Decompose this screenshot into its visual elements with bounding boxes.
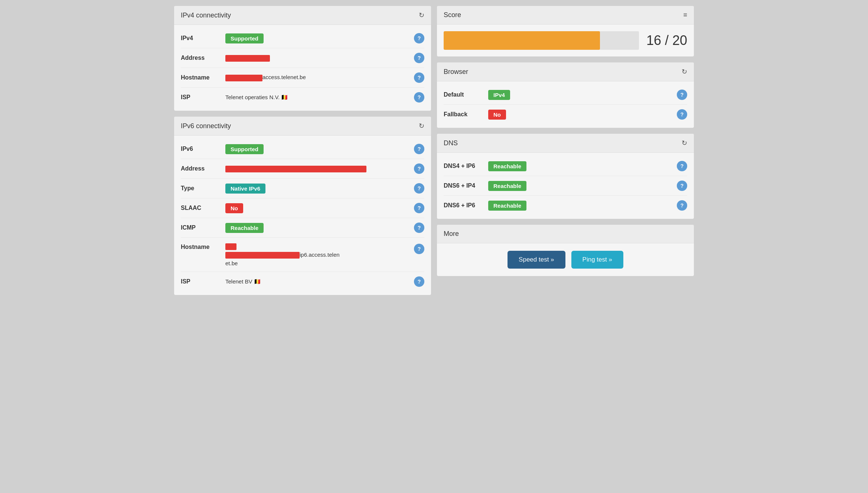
- browser-help-fallback[interactable]: ?: [677, 109, 687, 120]
- dns-value-dns6-ip4: Reachable: [488, 181, 677, 191]
- ipv4-value-hostname: access.telenet.be: [225, 74, 414, 81]
- dns4-ip6-badge: Reachable: [488, 161, 526, 171]
- ipv6-help-hostname[interactable]: ?: [414, 244, 424, 254]
- dns-label-dns6-ip4: DNS6 + IP4: [444, 182, 488, 189]
- more-body: Speed test » Ping test »: [437, 243, 694, 276]
- browser-header: Browser ↻: [437, 62, 694, 81]
- ipv6-label-isp: ISP: [181, 278, 225, 285]
- browser-value-fallback: No: [488, 110, 677, 120]
- ipv6-header: IPv6 connectivity ↻: [174, 117, 431, 136]
- ipv6-hostname-partial: ip6.access.telen: [300, 252, 340, 258]
- ipv6-icmp-badge: Reachable: [225, 223, 264, 233]
- ipv6-help-slaac[interactable]: ?: [414, 203, 424, 213]
- ipv6-value-type: Native IPv6: [225, 184, 414, 194]
- browser-row-fallback: Fallback No ?: [444, 105, 687, 124]
- ipv6-row-hostname: Hostname ip6.access.telen et.be: [181, 238, 424, 272]
- dns-help-dns6-ip4[interactable]: ?: [677, 181, 687, 191]
- ipv6-refresh-icon[interactable]: ↻: [419, 122, 424, 130]
- ipv6-label-ipv6: IPv6: [181, 146, 225, 152]
- dns-value-dns6-ip6: Reachable: [488, 201, 677, 211]
- dns-card: DNS ↻ DNS4 + IP6 Reachable ? DNS6 + IP4 …: [437, 134, 694, 219]
- ipv6-value-ipv6: Supported: [225, 144, 414, 154]
- speed-test-button[interactable]: Speed test »: [508, 251, 565, 269]
- dns-refresh-icon[interactable]: ↻: [682, 139, 687, 147]
- ipv4-supported-badge: Supported: [225, 33, 264, 43]
- ipv4-address-redacted: [225, 55, 270, 62]
- ipv4-help-hostname[interactable]: ?: [414, 72, 424, 83]
- ipv6-slaac-badge: No: [225, 203, 243, 213]
- ipv4-hostname-redacted: [225, 75, 262, 81]
- ipv6-label-hostname: Hostname: [181, 243, 225, 250]
- ipv6-value-isp: Telenet BV 🇧🇪: [225, 278, 414, 285]
- ipv6-type-badge: Native IPv6: [225, 184, 265, 194]
- dns6-ip6-badge: Reachable: [488, 201, 526, 211]
- dns-help-dns6-ip6[interactable]: ?: [677, 200, 687, 211]
- browser-help-default[interactable]: ?: [677, 90, 687, 100]
- right-column: Score ≡ 16 / 20 Browser ↻ Default: [437, 6, 694, 295]
- more-header: More: [437, 225, 694, 243]
- ipv4-help-ipv4[interactable]: ?: [414, 33, 424, 43]
- ipv4-isp-text: Telenet operaties N.V. 🇧🇪: [225, 94, 288, 100]
- ipv6-hostname-line3: et.be: [225, 260, 414, 266]
- ipv6-label-type: Type: [181, 185, 225, 192]
- ipv4-hostname-partial: access.telenet.be: [262, 74, 306, 80]
- ipv4-row-hostname: Hostname access.telenet.be ?: [181, 68, 424, 88]
- score-bar-container: 16 / 20: [437, 25, 694, 56]
- ipv4-help-isp[interactable]: ?: [414, 92, 424, 103]
- ipv6-row-slaac: SLAAC No ?: [181, 198, 424, 218]
- score-title: Score: [444, 11, 461, 19]
- score-list-icon[interactable]: ≡: [683, 11, 687, 19]
- ipv6-help-type[interactable]: ?: [414, 183, 424, 194]
- ipv6-help-address[interactable]: ?: [414, 163, 424, 174]
- dns-help-dns4-ip6[interactable]: ?: [677, 161, 687, 171]
- browser-fallback-badge: No: [488, 110, 506, 120]
- dns-title: DNS: [444, 139, 458, 147]
- ipv6-body: IPv6 Supported ? Address ? Type: [174, 136, 431, 295]
- ipv4-label-address: Address: [181, 55, 225, 61]
- ipv6-help-isp[interactable]: ?: [414, 276, 424, 287]
- main-container: IPv4 connectivity ↻ IPv4 Supported ? Add…: [174, 6, 694, 295]
- ipv6-hostname-redacted2: [225, 252, 300, 259]
- ipv4-label-ipv4: IPv4: [181, 35, 225, 42]
- dns-row-dns6-ip4: DNS6 + IP4 Reachable ?: [444, 176, 687, 196]
- ipv6-label-slaac: SLAAC: [181, 205, 225, 211]
- dns6-ip4-badge: Reachable: [488, 181, 526, 191]
- browser-value-default: IPv4: [488, 90, 677, 100]
- ipv6-help-icmp[interactable]: ?: [414, 223, 424, 233]
- ipv6-hostname-line2: ip6.access.telen: [225, 252, 414, 259]
- browser-refresh-icon[interactable]: ↻: [682, 68, 687, 76]
- ipv4-help-address[interactable]: ?: [414, 53, 424, 63]
- more-card: More Speed test » Ping test »: [437, 225, 694, 276]
- ipv6-label-icmp: ICMP: [181, 224, 225, 231]
- ipv4-value-isp: Telenet operaties N.V. 🇧🇪: [225, 94, 414, 101]
- ipv6-hostname-suffix: et.be: [225, 260, 238, 266]
- browser-body: Default IPv4 ? Fallback No ?: [437, 81, 694, 128]
- ipv6-value-address: [225, 165, 414, 172]
- ipv6-value-hostname: ip6.access.telen et.be: [225, 243, 414, 266]
- ipv6-row-icmp: ICMP Reachable ?: [181, 218, 424, 238]
- ipv6-label-address: Address: [181, 165, 225, 172]
- score-card: Score ≡ 16 / 20: [437, 6, 694, 56]
- more-title: More: [444, 230, 459, 238]
- dns-row-dns4-ip6: DNS4 + IP6 Reachable ?: [444, 156, 687, 176]
- browser-default-badge: IPv4: [488, 90, 510, 100]
- ipv4-row-ipv4: IPv4 Supported ?: [181, 29, 424, 48]
- ipv6-hostname-line1: [225, 243, 414, 250]
- ipv6-value-icmp: Reachable: [225, 223, 414, 233]
- dns-row-dns6-ip6: DNS6 + IP6 Reachable ?: [444, 196, 687, 215]
- ipv6-isp-text: Telenet BV 🇧🇪: [225, 278, 261, 285]
- score-header: Score ≡: [437, 6, 694, 25]
- ipv4-refresh-icon[interactable]: ↻: [419, 11, 424, 19]
- ipv4-card: IPv4 connectivity ↻ IPv4 Supported ? Add…: [174, 6, 431, 111]
- dns-value-dns4-ip6: Reachable: [488, 161, 677, 171]
- ipv6-row-ipv6: IPv6 Supported ?: [181, 139, 424, 159]
- ipv4-row-address: Address ?: [181, 48, 424, 68]
- dns-body: DNS4 + IP6 Reachable ? DNS6 + IP4 Reacha…: [437, 153, 694, 219]
- browser-card: Browser ↻ Default IPv4 ? Fallback No: [437, 62, 694, 128]
- score-bar-background: [444, 31, 639, 50]
- ipv4-label-isp: ISP: [181, 94, 225, 101]
- left-column: IPv4 connectivity ↻ IPv4 Supported ? Add…: [174, 6, 431, 295]
- ping-test-button[interactable]: Ping test »: [571, 251, 623, 269]
- ipv6-value-slaac: No: [225, 203, 414, 213]
- ipv6-help-ipv6[interactable]: ?: [414, 144, 424, 154]
